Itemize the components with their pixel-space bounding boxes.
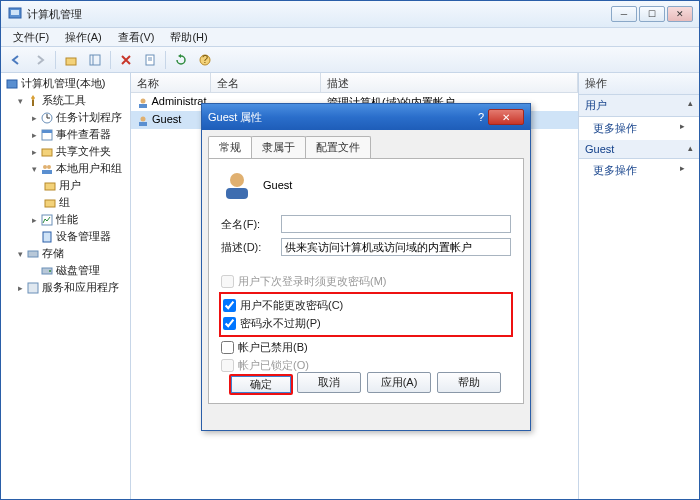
svg-rect-21 (42, 215, 52, 225)
actions-more-2[interactable]: 更多操作▸ (579, 159, 699, 182)
svg-rect-20 (45, 200, 55, 207)
menu-file[interactable]: 文件(F) (5, 28, 57, 47)
svg-rect-18 (42, 170, 52, 174)
tree-disk-mgmt[interactable]: 磁盘管理 (3, 262, 128, 279)
actions-pane: 操作 用户▴ 更多操作▸ Guest▴ 更多操作▸ (579, 73, 699, 499)
maximize-button[interactable]: ☐ (639, 6, 665, 22)
svg-rect-1 (11, 10, 19, 15)
menu-view[interactable]: 查看(V) (110, 28, 163, 47)
dialog-username: Guest (263, 179, 292, 191)
list-header: 名称 全名 描述 (131, 73, 578, 93)
dialog-title: Guest 属性 (208, 110, 478, 125)
chk-disabled[interactable]: 帐户已禁用(B) (221, 340, 511, 355)
menubar: 文件(F) 操作(A) 查看(V) 帮助(H) (1, 27, 699, 47)
svg-rect-11 (32, 100, 34, 106)
menu-help[interactable]: 帮助(H) (162, 28, 215, 47)
col-name[interactable]: 名称 (131, 73, 211, 92)
svg-rect-14 (42, 130, 52, 133)
tree-device-manager[interactable]: 设备管理器 (3, 228, 128, 245)
tree-performance[interactable]: ▸性能 (3, 211, 128, 228)
chk-must-change: 用户下次登录时须更改密码(M) (221, 274, 511, 289)
refresh-icon[interactable] (170, 49, 192, 71)
tab-memberof[interactable]: 隶属于 (251, 136, 306, 158)
dialog-close-button[interactable]: ✕ (488, 109, 524, 125)
actions-section-users: 用户▴ (579, 95, 699, 117)
tree-task-scheduler[interactable]: ▸任务计划程序 (3, 109, 128, 126)
tab-general[interactable]: 常规 (208, 136, 252, 158)
tree-storage[interactable]: ▾存储 (3, 245, 128, 262)
nav-tree[interactable]: 计算机管理(本地) ▾系统工具 ▸任务计划程序 ▸事件查看器 ▸共享文件夹 ▾本… (1, 73, 131, 499)
chk-never-expire[interactable]: 密码永不过期(P) (223, 316, 509, 331)
tree-root[interactable]: 计算机管理(本地) (3, 75, 128, 92)
window-title: 计算机管理 (27, 7, 611, 22)
tree-services-apps[interactable]: ▸服务和应用程序 (3, 279, 128, 296)
ok-button[interactable]: 确定 (229, 374, 293, 395)
fullname-input[interactable] (281, 215, 511, 233)
tree-users[interactable]: 用户 (3, 177, 128, 194)
svg-point-27 (141, 98, 146, 103)
user-icon (221, 169, 253, 201)
tab-profile[interactable]: 配置文件 (305, 136, 371, 158)
col-desc[interactable]: 描述 (321, 73, 578, 92)
fullname-label: 全名(F): (221, 217, 281, 232)
tree-groups[interactable]: 组 (3, 194, 128, 211)
svg-text:?: ? (202, 54, 208, 65)
svg-rect-10 (7, 80, 17, 88)
svg-rect-3 (90, 55, 100, 65)
svg-rect-30 (139, 122, 147, 126)
dialog-body: Guest 全名(F): 描述(D): 用户下次登录时须更改密码(M) 用户不能… (208, 158, 524, 404)
up-button[interactable] (60, 49, 82, 71)
col-fullname[interactable]: 全名 (211, 73, 321, 92)
chk-locked: 帐户已锁定(O) (221, 358, 511, 373)
svg-point-16 (43, 165, 47, 169)
svg-rect-26 (28, 283, 38, 293)
menu-action[interactable]: 操作(A) (57, 28, 110, 47)
tree-local-users-groups[interactable]: ▾本地用户和组 (3, 160, 128, 177)
svg-point-31 (230, 173, 244, 187)
svg-rect-2 (66, 58, 76, 65)
chk-cannot-change[interactable]: 用户不能更改密码(C) (223, 298, 509, 313)
delete-icon[interactable] (115, 49, 137, 71)
help-button[interactable]: 帮助 (437, 372, 501, 393)
svg-rect-23 (28, 251, 38, 257)
svg-point-25 (49, 270, 51, 272)
desc-input[interactable] (281, 238, 511, 256)
help-icon[interactable]: ? (194, 49, 216, 71)
highlight-box: 用户不能更改密码(C) 密码永不过期(P) (219, 292, 513, 337)
svg-rect-32 (226, 188, 248, 199)
properties-icon[interactable] (139, 49, 161, 71)
svg-rect-15 (42, 149, 52, 156)
cancel-button[interactable]: 取消 (297, 372, 361, 393)
desc-label: 描述(D): (221, 240, 281, 255)
titlebar: 计算机管理 ─ ☐ ✕ (1, 1, 699, 27)
properties-dialog: Guest 属性 ? ✕ 常规 隶属于 配置文件 Guest 全名(F): 描述… (201, 103, 531, 431)
tree-event-viewer[interactable]: ▸事件查看器 (3, 126, 128, 143)
svg-point-17 (47, 165, 51, 169)
dialog-tabs: 常规 隶属于 配置文件 (202, 130, 530, 158)
apply-button[interactable]: 应用(A) (367, 372, 431, 393)
actions-section-guest: Guest▴ (579, 140, 699, 159)
tree-shared-folders[interactable]: ▸共享文件夹 (3, 143, 128, 160)
main-window: 计算机管理 ─ ☐ ✕ 文件(F) 操作(A) 查看(V) 帮助(H) ? 计算… (0, 0, 700, 500)
actions-header: 操作 (579, 73, 699, 95)
svg-rect-28 (139, 104, 147, 108)
minimize-button[interactable]: ─ (611, 6, 637, 22)
tree-system-tools[interactable]: ▾系统工具 (3, 92, 128, 109)
svg-rect-22 (43, 232, 51, 242)
dialog-help-icon[interactable]: ? (478, 111, 484, 123)
svg-rect-19 (45, 183, 55, 190)
dialog-titlebar[interactable]: Guest 属性 ? ✕ (202, 104, 530, 130)
svg-point-29 (141, 116, 146, 121)
actions-more-1[interactable]: 更多操作▸ (579, 117, 699, 140)
show-hide-button[interactable] (84, 49, 106, 71)
toolbar: ? (1, 47, 699, 73)
close-button[interactable]: ✕ (667, 6, 693, 22)
app-icon (7, 6, 23, 22)
back-button[interactable] (5, 49, 27, 71)
forward-button[interactable] (29, 49, 51, 71)
